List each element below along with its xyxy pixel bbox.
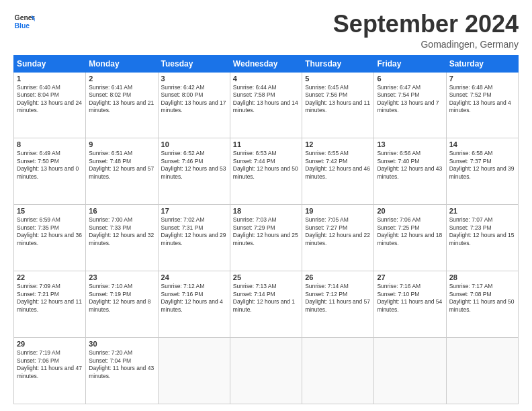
table-row: 22Sunrise: 7:09 AMSunset: 7:21 PMDayligh… [14, 271, 86, 338]
day-number: 22 [17, 273, 83, 281]
day-info: Sunrise: 6:44 AMSunset: 7:58 PMDaylight:… [233, 84, 299, 115]
day-info: Sunrise: 6:49 AMSunset: 7:50 PMDaylight:… [17, 150, 83, 181]
day-info: Sunrise: 7:02 AMSunset: 7:31 PMDaylight:… [161, 216, 227, 247]
table-row [230, 338, 302, 404]
col-monday: Monday [86, 55, 158, 72]
day-info: Sunrise: 6:53 AMSunset: 7:44 PMDaylight:… [233, 150, 299, 181]
day-info: Sunrise: 7:12 AMSunset: 7:16 PMDaylight:… [161, 283, 227, 314]
table-row: 23Sunrise: 7:10 AMSunset: 7:19 PMDayligh… [86, 271, 158, 338]
day-number: 26 [305, 273, 371, 281]
day-info: Sunrise: 7:14 AMSunset: 7:12 PMDaylight:… [305, 283, 371, 314]
day-number: 1 [17, 75, 83, 83]
day-info: Sunrise: 7:05 AMSunset: 7:27 PMDaylight:… [305, 216, 371, 247]
day-number: 23 [89, 273, 154, 281]
day-number: 4 [233, 75, 299, 83]
table-row: 29Sunrise: 7:19 AMSunset: 7:06 PMDayligh… [14, 338, 86, 404]
table-row: 14Sunrise: 6:58 AMSunset: 7:37 PMDayligh… [446, 138, 518, 205]
day-number: 16 [89, 207, 154, 215]
table-row: 12Sunrise: 6:55 AMSunset: 7:42 PMDayligh… [302, 138, 374, 205]
day-number: 19 [305, 207, 371, 215]
table-row: 26Sunrise: 7:14 AMSunset: 7:12 PMDayligh… [302, 271, 374, 338]
table-row: 10Sunrise: 6:52 AMSunset: 7:46 PMDayligh… [158, 138, 230, 205]
table-row: 17Sunrise: 7:02 AMSunset: 7:31 PMDayligh… [158, 205, 230, 271]
day-info: Sunrise: 6:59 AMSunset: 7:35 PMDaylight:… [17, 216, 83, 247]
day-number: 7 [449, 75, 515, 83]
table-row: 16Sunrise: 7:00 AMSunset: 7:33 PMDayligh… [86, 205, 158, 271]
day-info: Sunrise: 6:58 AMSunset: 7:37 PMDaylight:… [449, 150, 515, 181]
col-saturday: Saturday [446, 55, 518, 72]
table-row: 5Sunrise: 6:45 AMSunset: 7:56 PMDaylight… [302, 72, 374, 138]
day-info: Sunrise: 7:16 AMSunset: 7:10 PMDaylight:… [377, 283, 443, 314]
general-blue-logo-icon: General Blue [13, 11, 35, 32]
table-row: 8Sunrise: 6:49 AMSunset: 7:50 PMDaylight… [14, 138, 86, 205]
day-info: Sunrise: 7:17 AMSunset: 7:08 PMDaylight:… [449, 283, 515, 314]
day-info: Sunrise: 6:47 AMSunset: 7:54 PMDaylight:… [377, 84, 443, 115]
day-number: 6 [377, 75, 443, 83]
day-info: Sunrise: 7:20 AMSunset: 7:04 PMDaylight:… [89, 349, 154, 380]
calendar-header-row: Sunday Monday Tuesday Wednesday Thursday… [14, 55, 519, 72]
table-row: 15Sunrise: 6:59 AMSunset: 7:35 PMDayligh… [14, 205, 86, 271]
day-info: Sunrise: 6:56 AMSunset: 7:40 PMDaylight:… [377, 150, 443, 181]
day-info: Sunrise: 7:19 AMSunset: 7:06 PMDaylight:… [17, 349, 83, 380]
day-info: Sunrise: 6:52 AMSunset: 7:46 PMDaylight:… [161, 150, 227, 181]
title-block: September 2024 Gomadingen, Germany [333, 11, 519, 50]
col-friday: Friday [374, 55, 446, 72]
month-title: September 2024 [333, 11, 519, 38]
day-info: Sunrise: 6:48 AMSunset: 7:52 PMDaylight:… [449, 84, 515, 115]
table-row [374, 338, 446, 404]
day-number: 8 [17, 140, 83, 148]
day-number: 25 [233, 273, 299, 281]
day-info: Sunrise: 7:13 AMSunset: 7:14 PMDaylight:… [233, 283, 299, 314]
table-row: 19Sunrise: 7:05 AMSunset: 7:27 PMDayligh… [302, 205, 374, 271]
table-row: 18Sunrise: 7:03 AMSunset: 7:29 PMDayligh… [230, 205, 302, 271]
col-tuesday: Tuesday [158, 55, 230, 72]
day-info: Sunrise: 7:07 AMSunset: 7:23 PMDaylight:… [449, 216, 515, 247]
day-number: 12 [305, 140, 371, 148]
calendar-table: Sunday Monday Tuesday Wednesday Thursday… [13, 55, 519, 404]
svg-text:Blue: Blue [15, 22, 30, 30]
table-row: 4Sunrise: 6:44 AMSunset: 7:58 PMDaylight… [230, 72, 302, 138]
day-number: 14 [449, 140, 515, 148]
table-row: 6Sunrise: 6:47 AMSunset: 7:54 PMDaylight… [374, 72, 446, 138]
day-info: Sunrise: 6:51 AMSunset: 7:48 PMDaylight:… [89, 150, 154, 181]
day-number: 2 [89, 75, 154, 83]
day-number: 15 [17, 207, 83, 215]
day-number: 10 [161, 140, 227, 148]
col-sunday: Sunday [14, 55, 86, 72]
day-number: 11 [233, 140, 299, 148]
day-number: 27 [377, 273, 443, 281]
table-row: 25Sunrise: 7:13 AMSunset: 7:14 PMDayligh… [230, 271, 302, 338]
day-info: Sunrise: 7:10 AMSunset: 7:19 PMDaylight:… [89, 283, 154, 314]
table-row [158, 338, 230, 404]
table-row: 20Sunrise: 7:06 AMSunset: 7:25 PMDayligh… [374, 205, 446, 271]
table-row: 9Sunrise: 6:51 AMSunset: 7:48 PMDaylight… [86, 138, 158, 205]
table-row: 3Sunrise: 6:42 AMSunset: 8:00 PMDaylight… [158, 72, 230, 138]
day-number: 24 [161, 273, 227, 281]
day-number: 18 [233, 207, 299, 215]
col-wednesday: Wednesday [230, 55, 302, 72]
page: General Blue September 2024 Gomadingen, … [0, 0, 532, 411]
day-number: 21 [449, 207, 515, 215]
table-row: 2Sunrise: 6:41 AMSunset: 8:02 PMDaylight… [86, 72, 158, 138]
day-info: Sunrise: 6:45 AMSunset: 7:56 PMDaylight:… [305, 84, 371, 115]
location: Gomadingen, Germany [333, 39, 519, 50]
day-info: Sunrise: 7:09 AMSunset: 7:21 PMDaylight:… [17, 283, 83, 314]
table-row: 30Sunrise: 7:20 AMSunset: 7:04 PMDayligh… [86, 338, 158, 404]
day-number: 13 [377, 140, 443, 148]
table-row [302, 338, 374, 404]
day-number: 29 [17, 340, 83, 348]
table-row: 27Sunrise: 7:16 AMSunset: 7:10 PMDayligh… [374, 271, 446, 338]
day-number: 5 [305, 75, 371, 83]
day-info: Sunrise: 7:03 AMSunset: 7:29 PMDaylight:… [233, 216, 299, 247]
table-row: 28Sunrise: 7:17 AMSunset: 7:08 PMDayligh… [446, 271, 518, 338]
day-number: 3 [161, 75, 227, 83]
table-row: 21Sunrise: 7:07 AMSunset: 7:23 PMDayligh… [446, 205, 518, 271]
day-number: 28 [449, 273, 515, 281]
day-info: Sunrise: 6:42 AMSunset: 8:00 PMDaylight:… [161, 84, 227, 115]
table-row: 24Sunrise: 7:12 AMSunset: 7:16 PMDayligh… [158, 271, 230, 338]
day-info: Sunrise: 7:06 AMSunset: 7:25 PMDaylight:… [377, 216, 443, 247]
table-row: 11Sunrise: 6:53 AMSunset: 7:44 PMDayligh… [230, 138, 302, 205]
day-info: Sunrise: 7:00 AMSunset: 7:33 PMDaylight:… [89, 216, 154, 247]
day-number: 20 [377, 207, 443, 215]
header: General Blue September 2024 Gomadingen, … [13, 11, 519, 50]
